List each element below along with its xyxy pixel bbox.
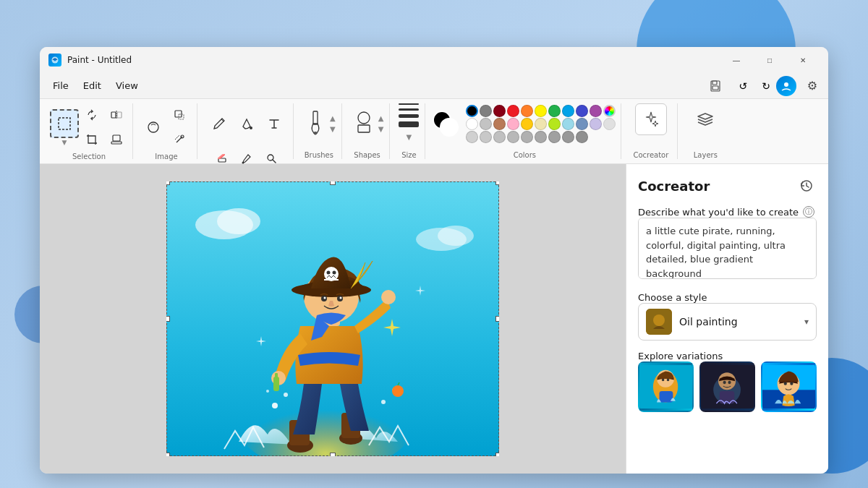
color-swatch[interactable]	[548, 131, 561, 143]
svg-point-70	[728, 381, 731, 384]
magic-select-button[interactable]	[168, 128, 191, 151]
color-swatch[interactable]	[480, 131, 492, 143]
window-title: Paint - Untitled	[67, 55, 720, 65]
shapes-button[interactable]	[351, 103, 377, 144]
menu-view[interactable]: View	[109, 77, 145, 94]
color-swatch[interactable]	[480, 118, 492, 130]
save-button[interactable]	[704, 76, 727, 96]
brush-button[interactable]	[302, 103, 328, 144]
size-1-line[interactable]	[399, 103, 419, 105]
image-label: Image	[155, 153, 177, 160]
crop-button[interactable]	[80, 128, 103, 151]
menu-edit[interactable]: Edit	[76, 77, 109, 94]
color-swatch[interactable]	[562, 118, 574, 130]
settings-button[interactable]: ⚙	[802, 76, 822, 96]
maximize-button[interactable]: □	[753, 47, 786, 73]
color-swatch[interactable]	[507, 131, 519, 143]
svg-point-32	[272, 403, 278, 408]
color-swatch[interactable]	[466, 118, 478, 130]
rotate-button[interactable]	[80, 103, 103, 127]
tools-row-1	[206, 103, 287, 144]
color-swatch[interactable]	[576, 131, 588, 143]
ribbon-toolbar: ▼	[40, 99, 828, 164]
text-button[interactable]	[261, 103, 287, 144]
panel-title: Cocreator	[638, 179, 710, 194]
color-swatch[interactable]	[521, 105, 533, 117]
variations-label: Explore variations	[638, 351, 817, 361]
color-swatch[interactable]	[466, 131, 478, 143]
color-swatch[interactable]	[493, 105, 506, 117]
svg-point-5	[784, 82, 788, 87]
image-effects-button[interactable]	[142, 116, 165, 139]
color-swatch[interactable]	[576, 118, 588, 130]
brushes-row: ▲ ▼	[302, 103, 336, 144]
color-swatch[interactable]	[480, 105, 492, 117]
selection-group: ▼	[46, 103, 133, 159]
colors-group: Colors	[428, 103, 621, 159]
flip-button[interactable]	[105, 103, 128, 127]
color-wheel-button[interactable]	[603, 105, 616, 117]
resize-button[interactable]	[168, 103, 191, 127]
user-avatar[interactable]	[776, 76, 796, 96]
color-swatch[interactable]	[493, 118, 506, 130]
pencil-button[interactable]	[206, 103, 232, 144]
color-swatch[interactable]	[548, 105, 561, 117]
variations-grid	[638, 361, 817, 412]
fill-button[interactable]	[234, 103, 260, 144]
color-swatch[interactable]	[590, 105, 602, 117]
style-dropdown[interactable]: Oil painting ▾	[638, 303, 817, 341]
svg-rect-22	[313, 111, 318, 124]
color-swatch[interactable]	[603, 118, 616, 130]
color-swatch[interactable]	[535, 118, 547, 130]
stamp-button[interactable]	[105, 128, 128, 151]
color-swatch[interactable]	[466, 105, 478, 117]
size-options	[399, 103, 419, 127]
variation-3[interactable]	[761, 361, 817, 412]
canvas-image[interactable]	[166, 181, 499, 456]
color-swatch[interactable]	[507, 118, 519, 130]
menu-file[interactable]: File	[46, 77, 76, 94]
color-swatch[interactable]	[507, 105, 519, 117]
selection-rectangle-button[interactable]	[50, 109, 79, 138]
undo-button[interactable]: ↺	[733, 76, 753, 96]
minimize-button[interactable]: —	[720, 47, 753, 73]
color-swatch[interactable]	[576, 105, 588, 117]
variation-2[interactable]	[699, 361, 755, 412]
color-swatch[interactable]	[521, 131, 533, 143]
history-button[interactable]	[796, 176, 817, 196]
svg-point-49	[327, 271, 331, 275]
cocreator-panel: Cocreator Describe what you'd like to cr…	[626, 164, 828, 474]
colors-top-row	[433, 103, 616, 143]
size-2-line[interactable]	[399, 108, 419, 111]
color-swatch[interactable]	[521, 118, 533, 130]
color-swatch[interactable]	[535, 105, 547, 117]
window-controls: — □ ✕	[720, 47, 820, 73]
size-group: ▼ Size	[393, 103, 425, 159]
color-swatch[interactable]	[535, 131, 547, 143]
background-color[interactable]	[440, 118, 459, 137]
shapes-group: ▲ ▼ Shapes	[345, 103, 391, 159]
canvas-workspace[interactable]	[40, 164, 626, 474]
svg-point-23	[314, 132, 318, 134]
svg-point-24	[358, 112, 370, 124]
redo-button[interactable]: ↻	[756, 76, 776, 96]
size-3-line[interactable]	[399, 114, 419, 118]
color-swatch[interactable]	[562, 131, 574, 143]
svg-rect-6	[59, 118, 70, 129]
layers-button[interactable]	[689, 103, 721, 135]
info-icon[interactable]: ⓘ	[803, 206, 814, 218]
svg-point-44	[381, 290, 396, 304]
close-button[interactable]: ✕	[786, 47, 820, 73]
size-4-line[interactable]	[399, 121, 419, 127]
brushes-label: Brushes	[305, 151, 333, 159]
color-swatch[interactable]	[590, 118, 602, 130]
variation-1[interactable]	[638, 361, 694, 412]
color-swatch[interactable]	[548, 118, 561, 130]
color-swatch[interactable]	[562, 105, 574, 117]
cocreator-ribbon-button[interactable]	[635, 103, 667, 135]
svg-point-54	[324, 297, 326, 299]
prompt-textarea[interactable]: a little cute pirate, running, colorful,…	[638, 218, 817, 279]
svg-point-50	[333, 271, 336, 275]
svg-rect-3	[712, 81, 717, 85]
color-swatch[interactable]	[493, 131, 506, 143]
